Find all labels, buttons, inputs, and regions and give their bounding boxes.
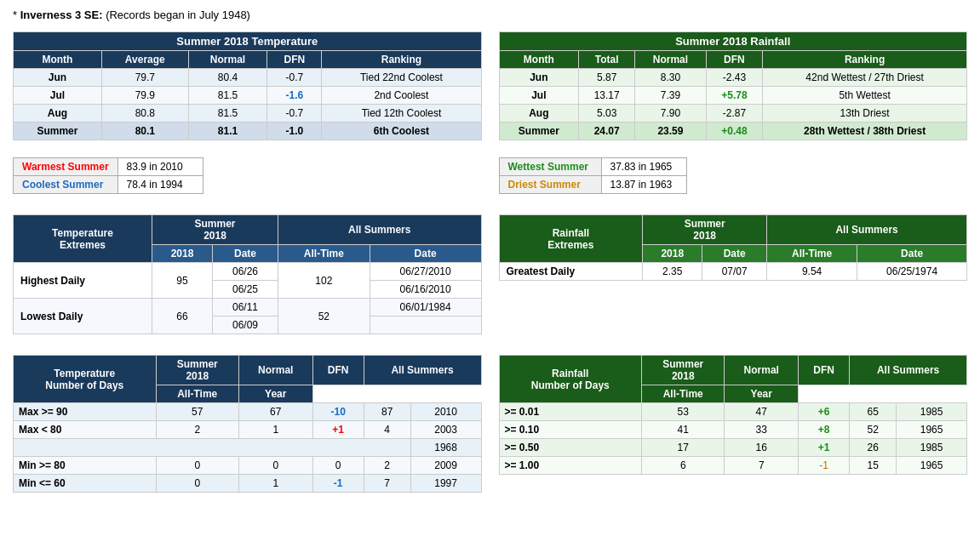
temp-records-section: Warmest Summer 83.9 in 2010 Coolest Summ…	[13, 157, 482, 194]
wettest-label: Wettest Summer	[499, 158, 601, 176]
table-row: Min >= 8000022009	[14, 457, 482, 475]
rain-extremes-alldate-header: Date	[857, 245, 967, 263]
rain-row-total: 5.03	[579, 105, 635, 123]
temp-extremes-section: TemperatureExtremes Summer2018 All Summe…	[13, 214, 482, 334]
temp-row-normal: 81.1	[188, 123, 266, 140]
temp-records-table: Warmest Summer 83.9 in 2010 Coolest Summ…	[13, 157, 203, 194]
extreme-val-2018: 66	[152, 299, 212, 334]
extreme-alltime-date: 06/01/1984	[370, 299, 481, 316]
temp-extremes-val-header: 2018	[152, 245, 212, 263]
table-row: Greatest Daily2.3507/079.5406/25/1974	[499, 263, 967, 281]
rain-days-normal-header: Normal	[725, 356, 799, 385]
rain-row-normal: 7.39	[635, 87, 706, 105]
table-row: Min <= 6001-171997	[14, 475, 482, 493]
warmest-row: Warmest Summer 83.9 in 2010	[14, 158, 203, 176]
temp-col-dfn: DFN	[267, 51, 322, 69]
rain-row-ranking: 5th Wettest	[763, 87, 967, 105]
warmest-value: 83.9 in 2010	[117, 158, 203, 176]
temp-row-dfn: -0.7	[267, 69, 322, 87]
warmest-label: Warmest Summer	[14, 158, 118, 176]
rain-days-alltime-sub: All-Time	[642, 385, 725, 403]
temp-days-table: TemperatureNumber of Days Summer2018 Nor…	[13, 355, 482, 493]
temp-extremes-table: TemperatureExtremes Summer2018 All Summe…	[13, 214, 482, 334]
rain-days-label: >= 1.00	[499, 457, 642, 475]
temp-row-month: Jul	[14, 87, 102, 105]
extreme-date-2018: 06/09	[213, 316, 278, 334]
temp-days-year-sub: Year	[238, 385, 312, 403]
temp-days-alltime-sub: All-Time	[156, 385, 238, 403]
rain-extreme-alltime-date: 06/25/1974	[857, 263, 967, 281]
extreme-alltime-date: 06/27/2010	[370, 263, 481, 281]
extreme-alltime: 52	[278, 299, 370, 334]
temp-extremes-allsummers-header: All Summers	[278, 215, 481, 245]
extreme-date-2018: 06/26	[213, 263, 278, 281]
rain-row-dfn: +5.78	[706, 87, 763, 105]
temp-row-month: Aug	[14, 105, 102, 123]
rain-row-total: 5.87	[579, 69, 635, 87]
wettest-row: Wettest Summer 37.83 in 1965	[499, 158, 686, 176]
rain-extremes-title: RainfallExtremes	[499, 215, 643, 263]
rain-row-normal: 23.59	[635, 123, 706, 140]
rain-extremes-summer-header: Summer2018	[643, 215, 767, 245]
days-label: Min <= 60	[14, 475, 157, 493]
rain-row-total: 24.07	[579, 123, 635, 140]
rain-days-section: RainfallNumber of Days Summer2018 Normal…	[499, 355, 968, 493]
temp-col-month: Month	[14, 51, 102, 69]
rain-col-dfn: DFN	[706, 51, 763, 69]
rain-extreme-alltime: 9.54	[767, 263, 857, 281]
rain-days-dfn-header: DFN	[799, 356, 850, 385]
rain-table-section: Summer 2018 Rainfall Month Total Normal …	[499, 31, 968, 140]
rain-extremes-allsummers-header: All Summers	[767, 215, 967, 245]
table-row: >= 1.0067-1151965	[499, 457, 967, 475]
coolest-label: Coolest Summer	[14, 176, 118, 194]
extreme-label: Lowest Daily	[14, 299, 152, 334]
temp-col-average: Average	[101, 51, 188, 69]
rain-row-dfn: -2.43	[706, 69, 763, 87]
rain-days-allsummers-header: All Summers	[850, 356, 967, 385]
temp-row-dfn: -1.6	[267, 87, 322, 105]
temp-row-ranking: Tied 22nd Coolest	[322, 69, 481, 87]
rain-row-normal: 8.30	[635, 69, 706, 87]
rain-table: Summer 2018 Rainfall Month Total Normal …	[499, 31, 968, 140]
temp-days-title: TemperatureNumber of Days	[14, 356, 157, 403]
temp-extremes-date-header: Date	[213, 245, 278, 263]
rain-extremes-section: RainfallExtremes Summer2018 All Summers …	[499, 214, 968, 334]
rain-extreme-label: Greatest Daily	[499, 263, 643, 281]
station-name: Inverness 3 SE:	[20, 9, 103, 21]
rain-extreme-val-2018: 2.35	[643, 263, 702, 281]
temp-days-section: TemperatureNumber of Days Summer2018 Nor…	[13, 355, 482, 493]
temp-row-normal: 81.5	[188, 105, 266, 123]
rain-days-summer-header: Summer2018	[642, 356, 725, 385]
rain-row-dfn: -2.87	[706, 105, 763, 123]
driest-label: Driest Summer	[499, 176, 601, 194]
temp-row-ranking: 6th Coolest	[322, 123, 481, 140]
rain-row-month: Jun	[499, 69, 579, 87]
extreme-val-2018: 95	[152, 263, 212, 299]
rain-extremes-alltime-header: All-Time	[767, 245, 857, 263]
extreme-alltime-date	[370, 316, 481, 334]
temp-table-section: Summer 2018 Temperature Month Average No…	[13, 31, 482, 140]
rain-extreme-date-2018: 07/07	[702, 263, 767, 281]
rain-col-ranking: Ranking	[763, 51, 967, 69]
rain-row-ranking: 13th Driest	[763, 105, 967, 123]
temp-row-normal: 81.5	[188, 87, 266, 105]
temp-days-normal-header: Normal	[238, 356, 312, 385]
rain-records-table: Wettest Summer 37.83 in 1965 Driest Summ…	[499, 157, 687, 194]
coolest-value: 78.4 in 1994	[117, 176, 203, 194]
extreme-date-2018: 06/25	[213, 281, 278, 299]
rain-row-month: Summer	[499, 123, 579, 140]
temp-row-ranking: Tied 12th Coolest	[322, 105, 481, 123]
temp-extremes-summer-header: Summer2018	[152, 215, 278, 245]
rain-row-normal: 7.90	[635, 105, 706, 123]
table-row: Max < 8021+142003	[14, 421, 482, 439]
temp-row-ranking: 2nd Coolest	[322, 87, 481, 105]
driest-row: Driest Summer 13.87 in 1963	[499, 176, 686, 194]
days-label: Max >= 90	[14, 403, 157, 421]
rain-days-table: RainfallNumber of Days Summer2018 Normal…	[499, 355, 968, 475]
rain-days-label: >= 0.01	[499, 403, 642, 421]
temp-days-dfn-header: DFN	[312, 356, 364, 385]
rain-col-month: Month	[499, 51, 579, 69]
temp-extremes-alltime-header: All-Time	[278, 245, 370, 263]
rain-col-normal: Normal	[635, 51, 706, 69]
rain-extremes-val-header: 2018	[643, 245, 702, 263]
